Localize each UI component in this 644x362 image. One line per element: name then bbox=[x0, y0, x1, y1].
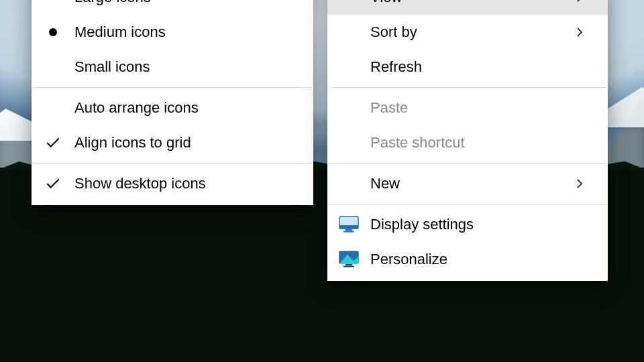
menuitem-view[interactable]: View bbox=[327, 0, 608, 15]
menuitem-sort-by[interactable]: Sort by bbox=[327, 15, 608, 50]
menuitem-small-icons[interactable]: Small icons bbox=[32, 50, 313, 84]
menu-separator bbox=[33, 163, 312, 164]
menuitem-label: Sort by bbox=[370, 23, 566, 41]
menuitem-label: Medium icons bbox=[74, 23, 299, 41]
menuitem-label: Personalize bbox=[370, 251, 566, 268]
svg-rect-5 bbox=[345, 264, 352, 265]
menuitem-label: New bbox=[370, 175, 566, 192]
svg-rect-6 bbox=[343, 266, 354, 267]
menu-separator bbox=[329, 163, 606, 164]
svg-rect-3 bbox=[343, 231, 354, 233]
menuitem-large-icons[interactable]: Large icons bbox=[32, 0, 313, 15]
menuitem-align-to-grid[interactable]: Align icons to grid bbox=[32, 125, 313, 160]
svg-rect-1 bbox=[339, 225, 358, 229]
check-icon bbox=[32, 134, 74, 152]
menu-separator bbox=[329, 87, 606, 88]
personalize-icon bbox=[327, 251, 370, 268]
chevron-right-icon bbox=[566, 0, 593, 3]
menuitem-label: Paste shortcut bbox=[370, 134, 566, 152]
menuitem-label: Small icons bbox=[74, 58, 299, 76]
menuitem-display-settings[interactable]: Display settings bbox=[327, 207, 608, 242]
menuitem-label: Show desktop icons bbox=[74, 175, 299, 192]
menuitem-label: View bbox=[370, 0, 566, 6]
view-submenu: Large icons Medium icons Small icons Aut… bbox=[32, 0, 313, 205]
chevron-right-icon bbox=[566, 26, 593, 38]
menuitem-medium-icons[interactable]: Medium icons bbox=[32, 15, 313, 50]
radio-selected-icon bbox=[32, 28, 74, 36]
menuitem-label: Auto arrange icons bbox=[74, 99, 299, 117]
menuitem-label: Refresh bbox=[370, 58, 566, 76]
menu-separator bbox=[329, 204, 606, 204]
menuitem-paste: Paste bbox=[327, 90, 608, 125]
menuitem-auto-arrange[interactable]: Auto arrange icons bbox=[32, 90, 313, 125]
chevron-right-icon bbox=[566, 178, 593, 190]
menuitem-personalize[interactable]: Personalize bbox=[327, 242, 608, 277]
check-icon bbox=[32, 175, 74, 192]
menuitem-label: Large icons bbox=[74, 0, 299, 6]
desktop-context-menu: View Sort by Refresh Paste Paste shortcu… bbox=[327, 0, 608, 281]
menuitem-label: Display settings bbox=[370, 216, 566, 233]
svg-rect-2 bbox=[345, 229, 352, 231]
menu-separator bbox=[33, 87, 312, 88]
menuitem-new[interactable]: New bbox=[327, 166, 608, 201]
monitor-icon bbox=[327, 216, 370, 233]
menuitem-label: Align icons to grid bbox=[74, 134, 299, 152]
menuitem-paste-shortcut: Paste shortcut bbox=[327, 125, 608, 160]
menuitem-refresh[interactable]: Refresh bbox=[327, 50, 608, 84]
menuitem-label: Paste bbox=[370, 99, 566, 117]
menuitem-show-desktop-icons[interactable]: Show desktop icons bbox=[32, 166, 313, 201]
